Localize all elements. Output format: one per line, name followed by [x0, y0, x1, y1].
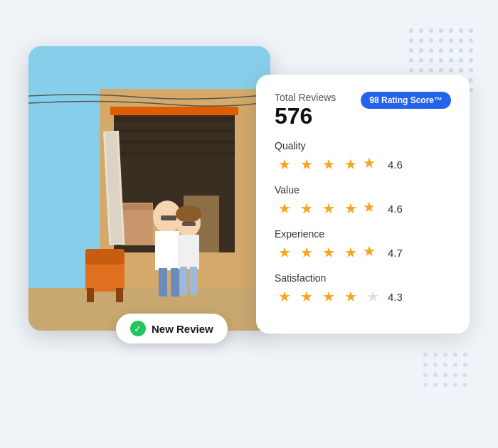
svg-rect-68 [116, 288, 123, 302]
svg-point-11 [449, 38, 453, 43]
svg-point-16 [429, 48, 433, 53]
svg-point-34 [469, 68, 473, 73]
star-4: ★ [341, 154, 361, 174]
svg-point-23 [429, 58, 433, 63]
svg-point-6 [469, 28, 473, 33]
experience-score: 4.7 [388, 247, 403, 259]
svg-point-98 [453, 383, 457, 387]
total-reviews-label: Total Reviews [275, 92, 336, 103]
star-4: ★ [341, 287, 361, 306]
star-2: ★ [297, 242, 317, 262]
experience-stars: ★ ★ ★ ★ ★ ★ 4.7 [275, 242, 451, 262]
svg-rect-71 [159, 268, 167, 297]
svg-point-33 [459, 68, 463, 73]
svg-point-41 [469, 78, 473, 82]
svg-point-31 [439, 68, 443, 73]
star-5-half: ★ ★ [363, 242, 383, 262]
svg-point-8 [419, 38, 423, 43]
star-5-half: ★ ★ [363, 198, 383, 218]
svg-point-4 [449, 28, 453, 33]
svg-point-80 [423, 353, 428, 357]
satisfaction-stars: ★ ★ ★ ★ ★ 4.3 [275, 287, 451, 306]
main-scene: // Rendered inline below [28, 32, 470, 416]
rating-score-badge: 98 Rating Score™ [361, 92, 451, 109]
total-reviews-section: Total Reviews 576 [275, 92, 336, 127]
photo-card: ✓ New Review [28, 46, 270, 331]
svg-point-30 [429, 68, 433, 73]
reviews-card: Total Reviews 576 98 Rating Score™ Quali… [256, 75, 470, 334]
svg-rect-55 [114, 140, 235, 144]
svg-point-87 [443, 363, 447, 367]
svg-point-27 [469, 58, 473, 63]
svg-point-89 [463, 363, 467, 367]
svg-point-32 [449, 68, 453, 73]
category-value: Value ★ ★ ★ ★ ★ ★ 4.6 [275, 184, 451, 218]
svg-point-12 [459, 38, 463, 43]
value-stars: ★ ★ ★ ★ ★ ★ 4.6 [275, 198, 451, 218]
svg-point-26 [459, 58, 463, 63]
svg-point-97 [443, 383, 447, 387]
svg-rect-54 [114, 129, 235, 133]
svg-rect-75 [178, 235, 199, 269]
star-1: ★ [275, 242, 295, 262]
svg-point-24 [439, 58, 443, 63]
star-2: ★ [297, 287, 317, 306]
svg-rect-72 [171, 268, 179, 297]
category-satisfaction-label: Satisfaction [275, 272, 451, 284]
svg-rect-77 [190, 267, 197, 295]
svg-rect-73 [161, 215, 176, 220]
svg-point-18 [449, 48, 453, 53]
category-experience-label: Experience [275, 228, 451, 240]
svg-point-3 [439, 28, 443, 33]
svg-point-0 [409, 28, 413, 33]
svg-point-86 [433, 363, 438, 367]
star-4: ★ [341, 242, 361, 262]
svg-point-82 [443, 353, 447, 357]
svg-rect-52 [110, 107, 238, 115]
reviews-header: Total Reviews 576 98 Rating Score™ [275, 92, 451, 127]
svg-point-78 [176, 206, 201, 223]
svg-rect-76 [180, 267, 187, 295]
svg-point-2 [429, 28, 433, 33]
new-review-badge: ✓ New Review [116, 314, 228, 343]
svg-point-85 [423, 363, 428, 367]
svg-point-91 [433, 373, 438, 377]
star-1: ★ [275, 154, 295, 174]
star-3: ★ [319, 242, 339, 262]
svg-point-15 [419, 48, 423, 53]
dot-grid-bottom-right [420, 349, 484, 402]
svg-point-94 [463, 373, 467, 377]
svg-rect-66 [85, 249, 124, 265]
check-icon: ✓ [130, 321, 146, 336]
svg-point-96 [433, 383, 438, 387]
star-1: ★ [275, 198, 295, 218]
svg-rect-58 [122, 204, 152, 210]
svg-point-9 [429, 38, 433, 43]
category-value-label: Value [275, 184, 451, 196]
svg-point-14 [409, 48, 413, 53]
svg-point-22 [419, 58, 423, 63]
category-quality-label: Quality [275, 140, 451, 151]
svg-rect-70 [155, 231, 179, 270]
total-reviews-count: 576 [275, 105, 336, 127]
star-3: ★ [319, 198, 339, 218]
svg-point-19 [459, 48, 463, 53]
svg-point-99 [463, 383, 467, 387]
svg-point-88 [453, 363, 457, 367]
svg-point-25 [449, 58, 453, 63]
value-score: 4.6 [388, 203, 403, 215]
category-satisfaction: Satisfaction ★ ★ ★ ★ ★ 4.3 [275, 272, 451, 306]
svg-point-7 [409, 38, 413, 43]
quality-score: 4.6 [388, 159, 403, 171]
checkmark: ✓ [134, 324, 142, 334]
svg-rect-67 [87, 288, 94, 302]
svg-point-5 [459, 28, 463, 33]
svg-point-95 [423, 383, 428, 387]
svg-point-29 [419, 68, 423, 73]
svg-rect-56 [114, 151, 235, 156]
svg-point-1 [419, 28, 423, 33]
star-3: ★ [319, 287, 339, 306]
svg-point-20 [469, 48, 473, 53]
satisfaction-score: 4.3 [388, 291, 403, 303]
star-2: ★ [297, 154, 317, 174]
